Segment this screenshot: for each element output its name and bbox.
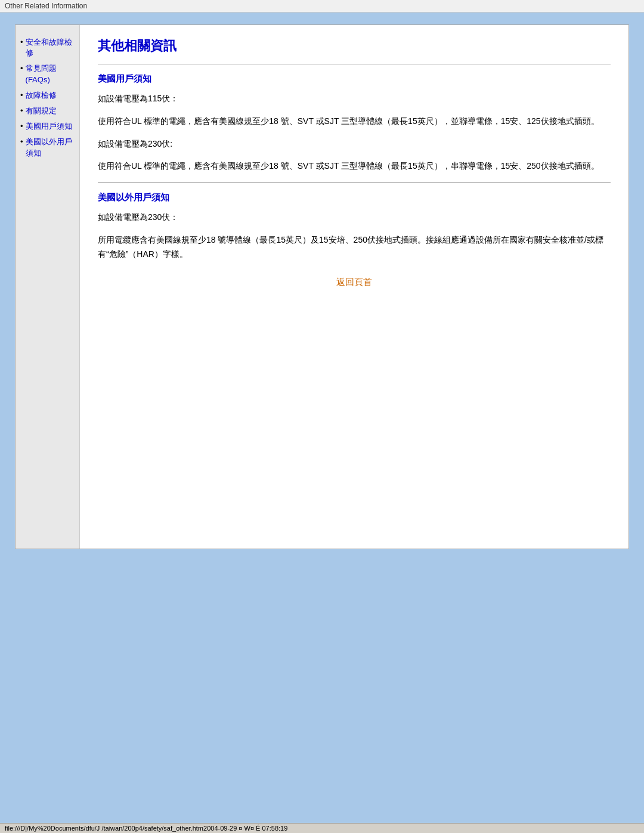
section1-para2: 使用符合UL 標準的電繩，應含有美國線規至少18 號、SVT 或SJT 三型導體… <box>98 114 611 129</box>
sidebar-link-safety[interactable]: 安全和故障檢修 <box>26 37 75 58</box>
sidebar-item-2: • 常見問題(FAQs) <box>20 63 75 85</box>
sidebar-link-us-users[interactable]: 美國用戶須知 <box>26 121 72 132</box>
sidebar-item-6: • 美國以外用戶須知 <box>20 137 75 158</box>
sidebar-item-3: • 故障檢修 <box>20 90 75 101</box>
sidebar-link-troubleshoot[interactable]: 故障檢修 <box>26 90 57 101</box>
section2-para2: 所用電纜應含有美國線規至少18 號導體線（最長15英尺）及15安培、250伏接地… <box>98 233 611 262</box>
bullet-icon-4: • <box>20 106 23 115</box>
section2-title[interactable]: 美國以外用戶須知 <box>98 192 169 203</box>
browser-content: • 安全和故障檢修 • 常見問題(FAQs) • 故障檢修 • 有關規定 • 美… <box>15 24 629 549</box>
section1-para1: 如設備電壓為115伏： <box>98 92 611 106</box>
sidebar-item-1: • 安全和故障檢修 <box>20 37 75 58</box>
bullet-icon-2: • <box>20 64 23 73</box>
page-title: 其他相關資訊 <box>98 37 611 55</box>
sidebar-link-non-us-users[interactable]: 美國以外用戶須知 <box>26 137 75 158</box>
title-bar: Other Related Information <box>0 0 644 13</box>
title-bar-text: Other Related Information <box>5 2 87 10</box>
status-bar-text: file:///D|/My%20Documents/dfu/J /taiwan/… <box>5 825 287 832</box>
back-to-top-container: 返回頁首 <box>98 277 611 288</box>
bullet-icon-6: • <box>20 137 23 146</box>
divider-2 <box>98 182 611 183</box>
section1-para4: 使用符合UL 標準的電繩，應含有美國線規至少18 號、SVT 或SJT 三型導體… <box>98 159 611 174</box>
sidebar-item-5: • 美國用戶須知 <box>20 121 75 132</box>
back-to-top-link[interactable]: 返回頁首 <box>336 277 372 287</box>
section1-para3: 如設備電壓為230伏: <box>98 137 611 151</box>
bullet-icon-3: • <box>20 91 23 100</box>
sidebar-nav: • 安全和故障檢修 • 常見問題(FAQs) • 故障檢修 • 有關規定 • 美… <box>20 37 75 159</box>
main-content: 其他相關資訊 美國用戶須知 如設備電壓為115伏： 使用符合UL 標準的電繩，應… <box>80 25 628 549</box>
section1-title[interactable]: 美國用戶須知 <box>98 73 151 85</box>
sidebar: • 安全和故障檢修 • 常見問題(FAQs) • 故障檢修 • 有關規定 • 美… <box>16 25 80 549</box>
sidebar-item-4: • 有關規定 <box>20 106 75 116</box>
bullet-icon-1: • <box>20 38 23 47</box>
sidebar-link-faqs[interactable]: 常見問題(FAQs) <box>26 63 75 85</box>
status-bar: file:///D|/My%20Documents/dfu/J /taiwan/… <box>0 823 644 833</box>
bullet-icon-5: • <box>20 122 23 131</box>
section2-para1: 如設備電壓為230伏： <box>98 210 611 225</box>
sidebar-link-regulations[interactable]: 有關規定 <box>26 106 57 116</box>
divider-1 <box>98 64 611 64</box>
